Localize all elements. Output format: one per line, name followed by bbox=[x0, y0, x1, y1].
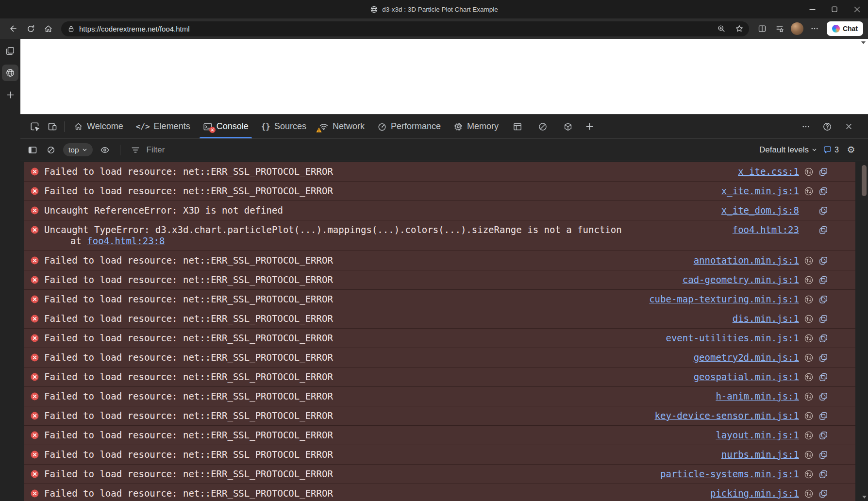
arrows-circle-icon[interactable] bbox=[804, 489, 814, 499]
copilot-explain-icon[interactable] bbox=[818, 469, 828, 479]
filter-input[interactable]: Filter bbox=[147, 145, 165, 155]
source-link[interactable]: geospatial.min.js:1 bbox=[694, 371, 799, 383]
tab-3d-view[interactable] bbox=[555, 115, 581, 138]
copilot-explain-icon[interactable] bbox=[818, 431, 828, 440]
split-screen-icon[interactable] bbox=[754, 20, 770, 37]
source-link[interactable]: nurbs.min.js:1 bbox=[721, 449, 799, 460]
copilot-explain-icon[interactable] bbox=[818, 225, 828, 235]
source-link[interactable]: cad-geometry.min.js:1 bbox=[683, 274, 799, 285]
refresh-button[interactable] bbox=[22, 20, 39, 37]
copilot-explain-icon[interactable] bbox=[818, 256, 828, 266]
copilot-explain-icon[interactable] bbox=[818, 334, 828, 343]
copilot-explain-icon[interactable] bbox=[818, 392, 828, 401]
copilot-explain-icon[interactable] bbox=[818, 295, 828, 304]
copilot-explain-icon[interactable] bbox=[818, 489, 828, 499]
new-tab-button[interactable] bbox=[3, 87, 17, 102]
arrows-circle-icon[interactable] bbox=[804, 186, 814, 196]
address-bar[interactable]: https://coderextreme.net/foo4.html bbox=[61, 21, 749, 36]
home-button[interactable] bbox=[40, 20, 56, 37]
source-link[interactable]: layout.min.js:1 bbox=[716, 430, 799, 441]
arrows-circle-icon[interactable] bbox=[804, 295, 814, 304]
copilot-chat-button[interactable]: Chat bbox=[827, 21, 863, 36]
arrows-circle-icon[interactable] bbox=[804, 314, 814, 324]
scroll-down-arrow[interactable] bbox=[862, 495, 867, 499]
arrows-circle-icon[interactable] bbox=[804, 450, 814, 460]
log-levels-dropdown[interactable]: Default levels bbox=[759, 145, 817, 155]
source-link[interactable]: dis.min.js:1 bbox=[733, 313, 799, 324]
back-button[interactable] bbox=[5, 20, 21, 37]
tab-sources[interactable]: {} Sources bbox=[255, 115, 313, 138]
site-info-lock-icon[interactable] bbox=[67, 25, 75, 33]
source-link[interactable]: geometry2d.min.js:1 bbox=[694, 352, 799, 363]
close-devtools-button[interactable] bbox=[840, 118, 857, 135]
arrows-circle-icon[interactable] bbox=[804, 353, 814, 363]
maximize-button[interactable] bbox=[823, 0, 846, 18]
arrows-circle-icon[interactable] bbox=[804, 392, 814, 401]
copilot-explain-icon[interactable] bbox=[818, 411, 828, 421]
arrows-circle-icon[interactable] bbox=[804, 411, 814, 421]
source-link[interactable]: cube-map-texturing.min.js:1 bbox=[649, 294, 799, 305]
tab-application[interactable] bbox=[505, 115, 530, 138]
tab-elements[interactable]: </> Elements bbox=[130, 115, 197, 138]
copilot-explain-icon[interactable] bbox=[818, 314, 828, 324]
active-tab-globe-icon[interactable] bbox=[2, 65, 18, 81]
close-button[interactable] bbox=[846, 0, 868, 18]
copilot-explain-icon[interactable] bbox=[818, 167, 828, 177]
favorites-icon[interactable] bbox=[771, 20, 788, 37]
source-link[interactable]: particle-systems.min.js:1 bbox=[660, 468, 799, 480]
device-toolbar-button[interactable] bbox=[44, 118, 61, 135]
javascript-context-dropdown[interactable]: top bbox=[63, 143, 93, 156]
tab-network[interactable]: Network bbox=[313, 115, 371, 138]
clear-console-button[interactable] bbox=[45, 144, 57, 156]
source-link[interactable]: foo4.html:23 bbox=[733, 224, 799, 235]
source-link[interactable]: key-device-sensor.min.js:1 bbox=[655, 410, 799, 421]
source-link[interactable]: x_ite.css:1 bbox=[738, 166, 799, 177]
tab-memory[interactable]: Memory bbox=[447, 115, 505, 138]
settings-ellipsis-button[interactable] bbox=[806, 20, 823, 37]
profile-avatar[interactable] bbox=[791, 22, 803, 35]
help-button[interactable] bbox=[818, 118, 836, 135]
console-sidebar-toggle[interactable] bbox=[26, 144, 39, 156]
arrows-circle-icon[interactable] bbox=[804, 431, 814, 440]
error-icon bbox=[30, 431, 39, 440]
copilot-explain-icon[interactable] bbox=[818, 372, 828, 382]
source-link[interactable]: annotation.min.js:1 bbox=[694, 255, 799, 266]
url-text[interactable]: https://coderextreme.net/foo4.html bbox=[79, 25, 710, 33]
arrows-circle-icon[interactable] bbox=[804, 469, 814, 479]
console-scrollbar[interactable] bbox=[861, 162, 867, 501]
zoom-icon[interactable] bbox=[715, 22, 728, 35]
arrows-circle-icon[interactable] bbox=[804, 334, 814, 343]
tab-circle-slash[interactable] bbox=[530, 115, 555, 138]
source-link[interactable]: event-utilities.min.js:1 bbox=[666, 333, 799, 344]
scrollbar-thumb[interactable] bbox=[862, 165, 867, 196]
issues-counter[interactable]: 3 bbox=[823, 145, 839, 154]
copilot-explain-icon[interactable] bbox=[818, 353, 828, 363]
copilot-explain-icon[interactable] bbox=[818, 275, 828, 285]
page-scroll-down-arrow[interactable] bbox=[861, 41, 866, 44]
copilot-explain-icon[interactable] bbox=[818, 450, 828, 460]
live-expression-eye-button[interactable] bbox=[99, 144, 111, 156]
add-favorite-star-icon[interactable] bbox=[733, 22, 746, 35]
minimize-button[interactable] bbox=[801, 0, 823, 18]
copilot-explain-icon[interactable] bbox=[818, 206, 828, 216]
console-message-text: Failed to load resource: net::ERR_SSL_PR… bbox=[44, 449, 707, 460]
tab-label: Elements bbox=[154, 121, 190, 132]
customize-devtools-button[interactable] bbox=[797, 118, 815, 135]
source-link[interactable]: x_ite.min.js:1 bbox=[721, 185, 799, 197]
source-link[interactable]: picking.min.js:1 bbox=[710, 488, 799, 499]
tab-performance[interactable]: Performance bbox=[371, 115, 447, 138]
source-link[interactable]: x_ite_dom.js:8 bbox=[721, 205, 799, 216]
arrows-circle-icon[interactable] bbox=[804, 372, 814, 382]
inspect-element-button[interactable] bbox=[26, 118, 44, 135]
tab-console[interactable]: Console bbox=[197, 115, 255, 138]
console-settings-button[interactable]: ⚙ bbox=[845, 144, 857, 156]
source-link[interactable]: h-anim.min.js:1 bbox=[716, 391, 799, 402]
arrows-circle-icon[interactable] bbox=[804, 256, 814, 266]
arrows-circle-icon[interactable] bbox=[804, 275, 814, 285]
more-tools-button[interactable] bbox=[581, 118, 598, 135]
tab-welcome[interactable]: Welcome bbox=[67, 115, 130, 138]
arrows-circle-icon[interactable] bbox=[804, 167, 814, 177]
tab-actions-icon[interactable] bbox=[3, 44, 17, 58]
stack-trace-link[interactable]: foo4.html:23:8 bbox=[87, 235, 165, 246]
copilot-explain-icon[interactable] bbox=[818, 186, 828, 196]
